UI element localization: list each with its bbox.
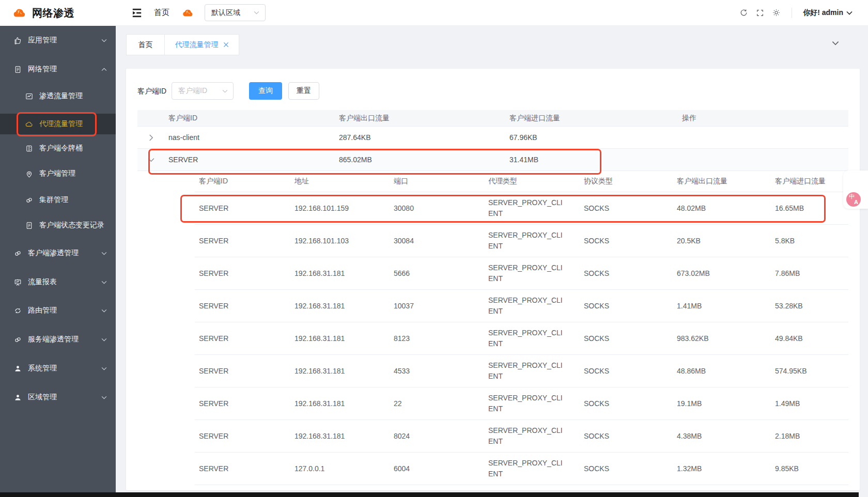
proxy-type-cell: SERVER_PROXY_CLIENT: [484, 387, 580, 420]
location-pin-icon: [25, 169, 34, 178]
search-button[interactable]: 查询: [249, 82, 282, 100]
client-id-cell: SERVER: [195, 322, 290, 354]
proxy-detail-table: 客户端ID 地址 端口 代理类型 协议类型 客户端出口流量 客户端进口流量 SE…: [195, 171, 848, 485]
link-icon: [13, 249, 22, 258]
proxy-type-cell: SERVER_PROXY_CLIENT: [484, 290, 580, 322]
sidebar-item-label: 应用管理: [28, 36, 57, 45]
client-id-cell: SERVER: [164, 149, 335, 170]
out-traffic-cell: 1.32MB: [673, 453, 771, 485]
column-header: 客户端ID: [164, 110, 335, 126]
chevron-down-icon: [846, 11, 853, 15]
address-cell: 192.168.31.181: [290, 257, 390, 289]
client-traffic-table: 客户端ID 客户端出口流量 客户端进口流量 操作 nas-client 287.…: [137, 110, 848, 171]
expand-column-header: [137, 110, 164, 126]
chevron-down-icon: [101, 252, 107, 255]
table-row: SERVER 127.0.0.1 6004 SERVER_PROXY_CLIEN…: [195, 453, 848, 485]
sidebar-item-label: 渗透流量管理: [39, 91, 83, 101]
in-traffic-cell: 31.41MB: [505, 149, 678, 170]
theme-sun-icon[interactable]: [772, 8, 781, 17]
menu-fold-icon[interactable]: [131, 8, 143, 18]
user-menu[interactable]: 你好! admin: [803, 8, 853, 18]
sidebar-item-system-management[interactable]: 系统管理: [0, 358, 116, 379]
refresh-icon[interactable]: [739, 8, 748, 17]
route-sync-icon: [13, 306, 22, 315]
sidebar-item-label: 客户端管理: [39, 169, 75, 178]
port-cell: 6004: [390, 453, 484, 485]
sidebar-item-cluster-management[interactable]: 集群管理: [0, 190, 116, 210]
sidebar-item-label: 流量报表: [28, 277, 57, 287]
fullscreen-icon[interactable]: [756, 9, 764, 17]
divider: [792, 8, 792, 18]
column-header: 客户端进口流量: [505, 110, 678, 126]
column-header: 协议类型: [580, 171, 673, 192]
table-header-row: 客户端ID 地址 端口 代理类型 协议类型 客户端出口流量 客户端进口流量: [195, 171, 848, 192]
sidebar-item-label: 系统管理: [28, 364, 57, 373]
protocol-cell: SOCKS: [580, 225, 673, 257]
sidebar-item-route-management[interactable]: 路由管理: [0, 300, 116, 321]
protocol-cell: SOCKS: [580, 387, 673, 420]
tabbar-chevron-down-icon[interactable]: [832, 41, 839, 45]
sidebar-item-client-penetration[interactable]: 客户端渗透管理: [0, 243, 116, 263]
client-id-cell: SERVER: [195, 387, 290, 420]
sidebar-item-client-management[interactable]: 客户端管理: [0, 163, 116, 184]
page-tabs: 首页 代理流量管理: [126, 34, 239, 55]
sidebar-item-traffic-report[interactable]: 流量报表: [0, 272, 116, 292]
close-icon[interactable]: [223, 42, 229, 48]
proxy-type-cell: SERVER_PROXY_CLIENT: [484, 192, 580, 224]
collapse-chevron-down-icon[interactable]: [137, 149, 164, 170]
region-select[interactable]: 默认区域: [205, 4, 266, 21]
address-cell: 192.168.31.181: [290, 420, 390, 452]
in-traffic-cell: 7.86MB: [771, 257, 848, 289]
tab-proxy-traffic[interactable]: 代理流量管理: [165, 34, 239, 55]
table-row: nas-client 287.64KB 67.96KB: [137, 127, 848, 149]
table-row: SERVER 865.02MB 31.41MB: [137, 149, 848, 171]
table-row: SERVER 192.168.101.159 30080 SERVER_PROX…: [195, 192, 848, 225]
sidebar-item-proxy-traffic[interactable]: 代理流量管理: [0, 114, 116, 134]
in-traffic-cell: 1.49MB: [771, 387, 848, 420]
reset-button[interactable]: 重置: [288, 82, 319, 100]
protocol-cell: SOCKS: [580, 257, 673, 289]
sidebar-item-label: 网络管理: [28, 65, 57, 74]
sidebar-item-label: 区域管理: [28, 393, 57, 402]
sidebar-item-label: 客户端状态变更记录: [39, 221, 104, 230]
sidebar-item-network-management[interactable]: 网络管理: [0, 59, 116, 80]
protocol-cell: SOCKS: [580, 355, 673, 387]
client-id-select-placeholder: 客户端ID: [178, 86, 207, 96]
out-traffic-cell: 19.1MB: [673, 387, 771, 420]
out-traffic-cell: 48.86MB: [673, 355, 771, 387]
port-cell: 8024: [390, 420, 484, 452]
address-cell: 192.168.31.181: [290, 290, 390, 322]
tab-home[interactable]: 首页: [126, 34, 165, 55]
table-row: SERVER 192.168.31.181 8024 SERVER_PROXY_…: [195, 420, 848, 453]
client-id-cell: SERVER: [195, 355, 290, 387]
chevron-down-icon: [101, 396, 107, 399]
app-title: 网络渗透: [32, 6, 74, 20]
chevron-down-icon: [101, 281, 107, 284]
sidebar-item-client-status-log[interactable]: 客户端状态变更记录: [0, 215, 116, 236]
address-cell: 127.0.0.1: [290, 453, 390, 485]
user-icon: [13, 364, 22, 373]
client-id-cell: SERVER: [195, 453, 290, 485]
proxy-type-cell: SERVER_PROXY_CLIENT: [484, 420, 580, 452]
sidebar-item-server-penetration[interactable]: 服务端渗透管理: [0, 329, 116, 350]
sidebar-item-region-management[interactable]: 区域管理: [0, 387, 116, 408]
table-row: SERVER 192.168.31.181 22 SERVER_PROXY_CL…: [195, 387, 848, 420]
sidebar-item-label: 客户端渗透管理: [28, 248, 79, 258]
sidebar-item-label: 代理流量管理: [39, 119, 83, 129]
cluster-link-icon: [25, 196, 34, 205]
sidebar-item-app-management[interactable]: 应用管理: [0, 30, 116, 51]
breadcrumb[interactable]: 首页: [154, 8, 169, 18]
actions-cell: [678, 149, 848, 170]
out-traffic-cell: 1.41MB: [673, 290, 771, 322]
sidebar-item-label: 客户端令牌桶: [39, 144, 83, 153]
sidebar-item-client-token-bucket[interactable]: 客户端令牌桶: [0, 138, 116, 159]
port-cell: 8123: [390, 322, 484, 354]
client-id-select[interactable]: 客户端ID: [172, 82, 234, 100]
expand-chevron-right-icon[interactable]: [137, 127, 164, 148]
out-traffic-cell: 287.64KB: [335, 127, 505, 148]
sidebar-item-penetration-traffic[interactable]: 渗透流量管理: [0, 86, 116, 106]
document-icon: [13, 65, 22, 74]
address-cell: 192.168.101.103: [290, 225, 390, 257]
out-traffic-cell: 983.62KB: [673, 322, 771, 354]
translate-button[interactable]: 中 A: [846, 192, 861, 207]
